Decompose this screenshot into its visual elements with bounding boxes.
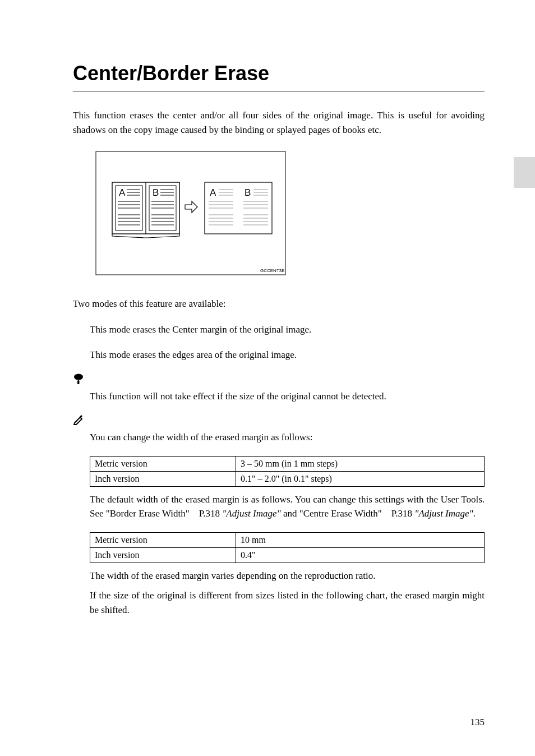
page-number: 135 — [471, 717, 485, 728]
intro-paragraph: This function erases the center and/or a… — [73, 108, 485, 137]
note-intro: You can change the width of the erased m… — [90, 430, 485, 445]
default-width-text: The default width of the erased margin i… — [90, 492, 485, 521]
cell-inch-default: 0.4" — [236, 547, 485, 563]
svg-line-52 — [80, 416, 82, 417]
chapter-tab — [514, 157, 535, 188]
svg-text:A: A — [210, 187, 216, 198]
limitation-icon — [73, 374, 87, 387]
modes-intro: Two modes of this feature are available: — [73, 297, 485, 311]
cell-inch-range: 0.1" – 2.0" (in 0.1" steps) — [236, 471, 485, 486]
table-row: Inch version 0.4" — [90, 547, 485, 563]
erase-width-default-table: Metric version 10 mm Inch version 0.4" — [90, 532, 485, 563]
page-title: Center/Border Erase — [73, 62, 485, 85]
size-shifted-note: If the size of the original is different… — [90, 588, 485, 617]
erase-diagram: A B A B GCCENT3E — [95, 151, 485, 280]
mode-border-desc: This mode erases the edges area of the o… — [90, 348, 485, 362]
cell-inch-label: Inch version — [90, 547, 236, 563]
mode-center-desc: This mode erases the Center margin of th… — [90, 322, 485, 337]
svg-text:B: B — [245, 187, 251, 198]
cell-metric-range: 3 – 50 mm (in 1 mm steps) — [236, 456, 485, 471]
table-row: Metric version 10 mm — [90, 532, 485, 547]
svg-rect-0 — [96, 151, 285, 275]
svg-point-50 — [74, 374, 83, 380]
svg-text:B: B — [153, 187, 159, 198]
svg-text:A: A — [119, 187, 126, 198]
note-icon — [73, 414, 87, 428]
title-divider — [73, 91, 485, 91]
table-row: Metric version 3 – 50 mm (in 1 mm steps) — [90, 456, 485, 471]
erase-width-range-table: Metric version 3 – 50 mm (in 1 mm steps)… — [90, 456, 485, 487]
diagram-label: GCCENT3E — [260, 268, 285, 273]
width-varies-note: The width of the erased margin varies de… — [90, 569, 485, 583]
cell-metric-label: Metric version — [90, 456, 236, 471]
cell-metric-default: 10 mm — [236, 532, 485, 547]
limitation-text: This function will not take effect if th… — [90, 389, 485, 404]
table-row: Inch version 0.1" – 2.0" (in 0.1" steps) — [90, 471, 485, 486]
cell-inch-label: Inch version — [90, 471, 236, 486]
svg-rect-51 — [77, 380, 80, 384]
cell-metric-label: Metric version — [90, 532, 236, 547]
